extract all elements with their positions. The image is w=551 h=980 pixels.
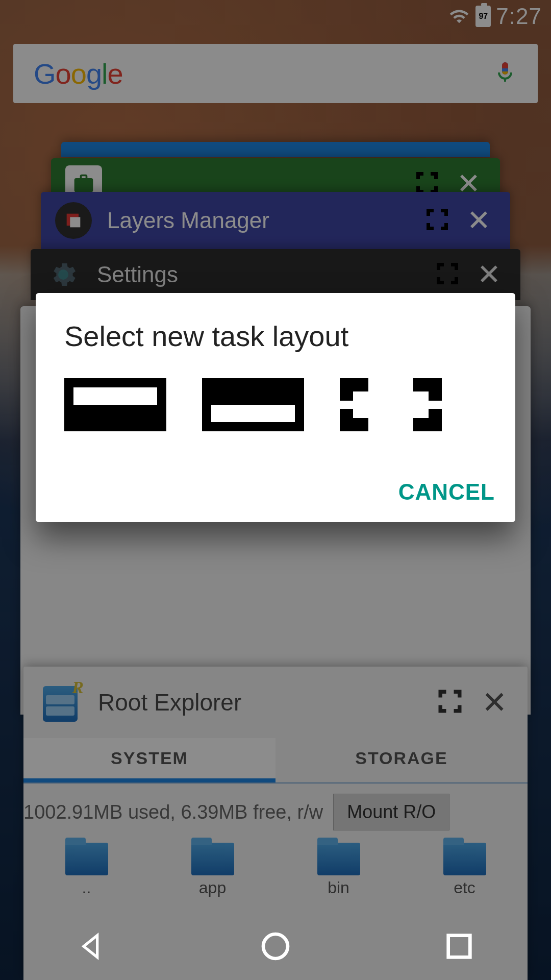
back-button[interactable] [76, 930, 108, 965]
svg-point-14 [263, 934, 288, 959]
dialog-title: Select new task layout [36, 320, 515, 378]
layout-option-top-half[interactable] [64, 378, 166, 433]
home-button[interactable] [259, 930, 292, 965]
layout-option-bottom-half[interactable] [202, 378, 304, 433]
navigation-bar [0, 915, 551, 980]
svg-rect-12 [340, 409, 353, 431]
task-layout-dialog: Select new task layout CANCEL [36, 293, 515, 522]
svg-rect-13 [429, 409, 442, 431]
svg-rect-8 [340, 378, 353, 401]
svg-rect-15 [448, 936, 470, 958]
svg-rect-5 [211, 405, 295, 422]
cancel-button[interactable]: CANCEL [398, 479, 495, 505]
svg-rect-3 [73, 387, 157, 405]
layout-option-fullscreen[interactable] [340, 378, 442, 433]
svg-rect-9 [429, 378, 442, 401]
recents-button[interactable] [443, 930, 475, 965]
